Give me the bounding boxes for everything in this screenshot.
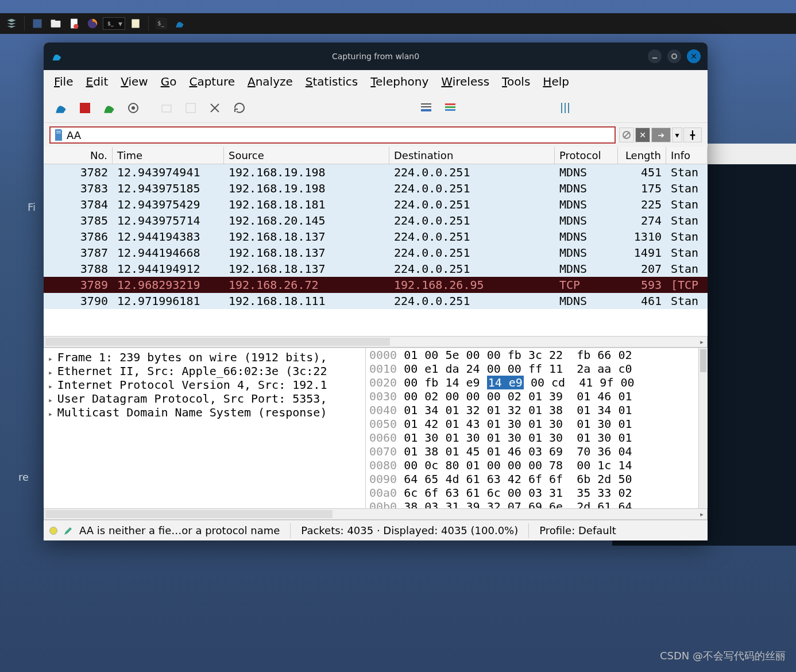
filter-apply-icon[interactable]: ➔ — [651, 128, 671, 142]
taskbar-files-icon[interactable] — [48, 16, 64, 32]
options-button[interactable] — [123, 98, 144, 118]
find-button[interactable] — [262, 98, 283, 118]
menu-tools[interactable]: Tools — [502, 75, 530, 88]
svg-point-15 — [132, 106, 135, 110]
hex-line[interactable]: 006001 30 01 30 01 30 01 30 01 30 01 — [366, 431, 708, 445]
col-time[interactable]: Time — [113, 147, 224, 164]
tree-item[interactable]: Internet Protocol Version 4, Src: 192.1 — [48, 378, 361, 392]
taskbar-terminal-icon[interactable]: $_ ▾ — [103, 17, 125, 30]
close-file-button[interactable] — [204, 98, 225, 118]
last-button[interactable] — [382, 98, 403, 118]
prev-button[interactable] — [286, 98, 307, 118]
save-button[interactable] — [180, 98, 201, 118]
packet-row[interactable]: 378912.968293219192.168.26.72192.168.26.… — [44, 277, 708, 293]
filter-cancel-icon[interactable]: ✕ — [635, 128, 650, 142]
svg-rect-20 — [421, 103, 431, 105]
menu-telephony[interactable]: Telephony — [370, 75, 428, 88]
autoscroll-button[interactable] — [416, 98, 436, 118]
minimize-button[interactable] — [648, 49, 662, 63]
hex-line[interactable]: 009064 65 4d 61 63 42 6f 6f 6b 2d 50 — [366, 472, 708, 486]
packet-list-hscroll[interactable]: ◂▸ — [44, 336, 708, 347]
next-button[interactable] — [310, 98, 331, 118]
menu-go[interactable]: Go — [161, 75, 177, 88]
goto-button[interactable] — [334, 98, 355, 118]
menu-view[interactable]: View — [121, 75, 148, 88]
hex-line[interactable]: 001000 e1 da 24 00 00 ff 11 2a aa c0 — [366, 362, 708, 376]
restart-capture-button[interactable] — [99, 98, 119, 118]
col-source[interactable]: Source — [224, 147, 389, 164]
hex-line[interactable]: 000001 00 5e 00 00 fb 3c 22 fb 66 02 — [366, 348, 708, 362]
titlebar[interactable]: Capturing from wlan0 ✕ — [44, 43, 708, 70]
packet-row[interactable]: 379012.971996181192.168.18.111224.0.0.25… — [44, 293, 708, 309]
wireshark-window: Capturing from wlan0 ✕ FileEditViewGoCap… — [44, 43, 708, 540]
taskbar-workspace-icon[interactable] — [29, 16, 45, 32]
zoom-in-button[interactable] — [473, 98, 494, 118]
hex-line[interactable]: 005001 42 01 43 01 30 01 30 01 30 01 — [366, 417, 708, 431]
packet-row[interactable]: 378312.943975185192.168.19.198224.0.0.25… — [44, 180, 708, 196]
col-no[interactable]: No. — [44, 147, 113, 164]
taskbar-running-terminal-icon[interactable]: $_ — [153, 16, 169, 32]
edit-icon[interactable] — [63, 526, 74, 536]
taskbar-firefox-icon[interactable] — [84, 16, 101, 32]
hex-line[interactable]: 00a06c 6f 63 61 6c 00 03 31 35 33 02 — [366, 486, 708, 500]
filter-dropdown-icon[interactable]: ▾ — [672, 128, 682, 142]
col-proto[interactable]: Protocol — [555, 147, 618, 164]
tree-item[interactable]: User Datagram Protocol, Src Port: 5353, — [48, 392, 361, 405]
col-info[interactable]: Info — [666, 147, 708, 164]
hex-line[interactable]: 007001 38 01 45 01 46 03 69 70 36 04 — [366, 445, 708, 458]
svg-rect-30 — [56, 133, 61, 133]
shark-fin-icon[interactable] — [51, 98, 71, 118]
taskbar-wireshark-icon[interactable] — [172, 16, 188, 32]
packet-row[interactable]: 378712.944194668192.168.18.137224.0.0.25… — [44, 245, 708, 261]
taskbar-menu-icon[interactable] — [3, 16, 20, 32]
packet-row[interactable]: 378212.943974941192.168.19.198224.0.0.25… — [44, 164, 708, 180]
packet-row[interactable]: 378612.944194383192.168.18.137224.0.0.25… — [44, 229, 708, 245]
open-button[interactable] — [156, 98, 177, 118]
menu-capture[interactable]: Capture — [189, 75, 235, 88]
packet-list-body[interactable]: 378212.943974941192.168.19.198224.0.0.25… — [44, 164, 708, 336]
details-hscroll[interactable]: ◂▸ — [44, 508, 708, 520]
menu-file[interactable]: File — [54, 75, 73, 88]
hex-line[interactable]: 008000 0c 80 01 00 00 00 78 00 1c 14 — [366, 458, 708, 472]
tree-item[interactable]: Frame 1: 239 bytes on wire (1912 bits), — [48, 350, 361, 364]
col-dest[interactable]: Destination — [389, 147, 555, 164]
menu-analyze[interactable]: Analyze — [248, 75, 293, 88]
hex-pane[interactable]: 000001 00 5e 00 00 fb 3c 22 fb 66 020010… — [365, 348, 708, 508]
svg-rect-0 — [33, 20, 42, 28]
display-filter-input[interactable]: AA — [49, 126, 616, 144]
taskbar-file-icon[interactable] — [66, 16, 82, 32]
zoom-reset-button[interactable] — [521, 98, 542, 118]
menu-edit[interactable]: Edit — [86, 75, 108, 88]
hex-line[interactable]: 004001 34 01 32 01 32 01 38 01 34 01 — [366, 403, 708, 417]
hex-line[interactable]: 002000 fb 14 e9 14 e9 00 cd 41 9f 00 — [366, 376, 708, 389]
hex-line[interactable]: 003000 02 00 00 00 02 01 39 01 46 01 — [366, 389, 708, 403]
stop-capture-button[interactable] — [75, 98, 95, 118]
svg-rect-29 — [56, 131, 61, 132]
tree-item[interactable]: Ethernet II, Src: Apple_66:02:3e (3c:22 — [48, 364, 361, 378]
maximize-button[interactable] — [667, 49, 681, 63]
zoom-out-button[interactable] — [497, 98, 518, 118]
menu-statistics[interactable]: Statistics — [306, 75, 358, 88]
filter-clear-icon[interactable] — [619, 128, 634, 142]
svg-text:$_: $_ — [107, 20, 114, 26]
status-profile[interactable]: Profile: Default — [539, 524, 616, 536]
hex-line[interactable]: 00b038 03 31 39 32 07 69 6e 2d 61 64 — [366, 500, 708, 508]
col-length[interactable]: Length — [618, 147, 666, 164]
filter-add-button[interactable]: ╋ — [683, 128, 702, 142]
packet-tree-pane[interactable]: Frame 1: 239 bytes on wire (1912 bits),E… — [44, 348, 365, 508]
resize-cols-button[interactable] — [555, 98, 575, 118]
first-button[interactable] — [358, 98, 379, 118]
menu-wireless[interactable]: Wireless — [441, 75, 489, 88]
packet-row[interactable]: 378412.943975429192.168.18.181224.0.0.25… — [44, 196, 708, 213]
packet-list-header[interactable]: No. Time Source Destination Protocol Len… — [44, 147, 708, 164]
packet-row[interactable]: 378512.943975714192.168.20.145224.0.0.25… — [44, 213, 708, 229]
taskbar-note-icon[interactable] — [127, 16, 144, 32]
reload-button[interactable] — [229, 98, 249, 118]
close-button[interactable]: ✕ — [687, 49, 701, 63]
menu-help[interactable]: Help — [543, 75, 569, 88]
colorize-button[interactable] — [440, 98, 461, 118]
hex-vscroll[interactable] — [698, 348, 708, 508]
packet-row[interactable]: 378812.944194912192.168.18.137224.0.0.25… — [44, 261, 708, 277]
expert-info-icon[interactable] — [49, 527, 57, 535]
tree-item[interactable]: Multicast Domain Name System (response) — [48, 405, 361, 419]
